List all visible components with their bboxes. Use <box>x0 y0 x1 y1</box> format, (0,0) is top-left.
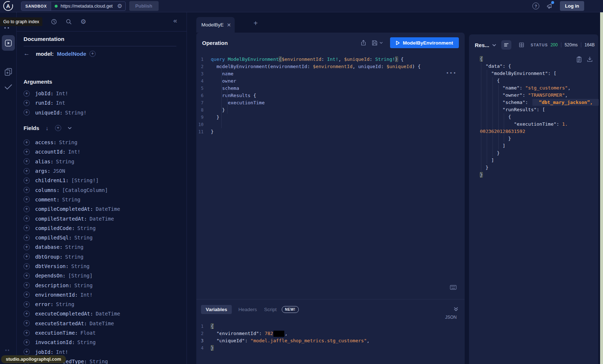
code-line: } <box>480 171 597 179</box>
editor-more-options-icon[interactable]: ••• <box>446 70 457 76</box>
operation-header: Operation ModelByEnvironment <box>196 33 465 49</box>
tab-headers[interactable]: Headers <box>238 305 257 314</box>
code-line: ] <box>480 157 597 164</box>
keyboard-shortcuts-icon[interactable] <box>450 285 457 290</box>
divider <box>24 46 176 46</box>
graph-index-icon[interactable] <box>4 27 9 29</box>
schema-diff-icon[interactable] <box>4 67 13 77</box>
field-row: +executionTime:Float <box>24 328 183 338</box>
code-line: "modelByEnvironment": [ <box>480 70 597 77</box>
save-dropdown-chevron-icon[interactable] <box>380 42 383 44</box>
add-to-query-button[interactable]: + <box>24 330 30 336</box>
notification-dot <box>551 1 554 4</box>
login-button[interactable]: Log in <box>560 1 584 11</box>
share-icon[interactable] <box>360 39 367 46</box>
response-dropdown-chevron-icon[interactable] <box>492 44 496 46</box>
docs-title: Documentation <box>24 36 64 42</box>
endpoint-settings-gear-icon[interactable]: ⚙ <box>116 3 125 9</box>
operation-editor[interactable]: 1234567891011 query ModelByEnvironment($… <box>196 53 465 299</box>
add-to-query-button[interactable]: + <box>24 225 30 231</box>
copy-response-icon[interactable] <box>576 56 582 63</box>
add-to-query-button[interactable]: + <box>24 149 30 155</box>
field-row: +description:String <box>24 280 183 290</box>
add-to-query-button[interactable]: + <box>24 187 30 193</box>
variables-editor[interactable]: 1234 { "environmentId": 782, "uniqueId":… <box>196 321 465 364</box>
sandbox-badge[interactable]: SANDBOX <box>21 2 51 11</box>
add-to-query-button[interactable]: + <box>24 196 30 202</box>
collapse-pane-icon[interactable]: « <box>173 17 177 25</box>
code-line: 0023620128631592 <box>480 128 597 135</box>
add-to-query-button[interactable]: + <box>24 311 30 317</box>
publish-button[interactable]: Publish <box>129 1 159 11</box>
add-to-query-button[interactable]: + <box>24 301 30 307</box>
save-group <box>372 40 383 46</box>
field-row: +alias:String <box>24 157 183 166</box>
add-to-query-button[interactable]: + <box>24 320 30 326</box>
add-to-query-button[interactable]: + <box>24 100 30 106</box>
add-to-query-button[interactable]: + <box>24 254 30 260</box>
close-tab-icon[interactable]: ✕ <box>227 22 231 28</box>
add-to-query-button[interactable]: + <box>24 109 30 116</box>
add-to-query-button[interactable]: + <box>24 91 30 97</box>
add-to-query-button[interactable]: + <box>24 349 30 355</box>
back-arrow-icon[interactable]: ← <box>24 50 30 57</box>
code-line: query ModelByEnvironment($environmentId:… <box>211 56 465 63</box>
add-to-query-button[interactable]: + <box>24 273 30 279</box>
explorer-nav-icon[interactable] <box>2 35 15 51</box>
add-to-query-button[interactable]: + <box>24 282 30 288</box>
search-icon[interactable] <box>66 18 72 25</box>
add-to-query-button[interactable]: + <box>24 235 30 241</box>
response-size: 164B <box>585 42 595 47</box>
code-line: runResults { <box>211 92 465 99</box>
add-all-fields-button[interactable]: + <box>55 125 61 131</box>
code-line: } <box>480 150 597 157</box>
history-icon[interactable] <box>51 18 57 25</box>
code-line: ] <box>480 142 597 150</box>
add-to-query-button[interactable]: + <box>24 168 30 174</box>
checklist-icon[interactable] <box>4 84 13 90</box>
save-icon[interactable] <box>372 40 378 46</box>
tab-variables[interactable]: Variables <box>201 305 232 314</box>
settings-gear-icon[interactable]: ⚙ <box>80 18 86 26</box>
raw-view-icon[interactable] <box>501 40 511 50</box>
apollo-logo-icon[interactable]: A <box>3 1 13 11</box>
tab-modelbyenvironment[interactable]: ModelByEnvi... ✕ <box>196 17 235 33</box>
announcements-megaphone-icon[interactable] <box>546 3 553 9</box>
download-response-icon[interactable] <box>587 56 593 63</box>
table-view-icon[interactable] <box>516 40 527 50</box>
indent-guide <box>481 63 481 171</box>
model-type-link[interactable]: ModelNode <box>57 51 86 57</box>
fields-chevron-icon[interactable] <box>68 127 72 129</box>
collapse-variables-icon[interactable] <box>454 307 458 311</box>
add-to-query-button[interactable]: + <box>24 263 30 269</box>
add-to-query-button[interactable]: + <box>24 216 30 222</box>
field-row: +executeCompletedAt:DateTime <box>24 309 183 318</box>
new-tab-button[interactable]: + <box>254 20 258 27</box>
sort-fields-icon[interactable]: ↓ <box>46 125 49 131</box>
add-to-query-button[interactable]: + <box>24 139 30 146</box>
field-row: +accountId:Int! <box>24 147 183 156</box>
rail-more-icon[interactable]: •• <box>5 347 10 353</box>
arguments-title: Arguments <box>24 79 52 85</box>
tab-script[interactable]: Script <box>263 305 277 314</box>
response-title: Res... <box>475 42 489 48</box>
indent-guide <box>221 63 222 128</box>
help-icon[interactable]: ? <box>532 3 539 9</box>
run-operation-button[interactable]: ModelByEnvironment <box>390 37 459 48</box>
add-to-query-button[interactable]: + <box>24 292 30 298</box>
code-line: } <box>211 114 465 121</box>
add-to-query-button[interactable]: + <box>24 206 30 212</box>
indent-guide <box>493 77 493 157</box>
code-line: } <box>211 344 465 352</box>
add-to-query-button[interactable]: + <box>24 158 30 164</box>
indent-guide <box>498 84 499 150</box>
add-to-query-button[interactable]: + <box>24 244 30 250</box>
field-row: +executeStartedAt:DateTime <box>24 319 183 328</box>
add-to-query-button[interactable]: + <box>24 177 30 184</box>
add-to-query-button[interactable]: + <box>24 339 30 346</box>
response-header: Res... STATUS 200 520ms 164B <box>469 34 598 51</box>
add-model-button[interactable]: + <box>89 51 96 57</box>
endpoint-url-input[interactable]: https://metadata.cloud.get <box>60 4 116 9</box>
field-row: +invocationId:String <box>24 338 183 347</box>
connection-status-dot <box>55 5 58 8</box>
